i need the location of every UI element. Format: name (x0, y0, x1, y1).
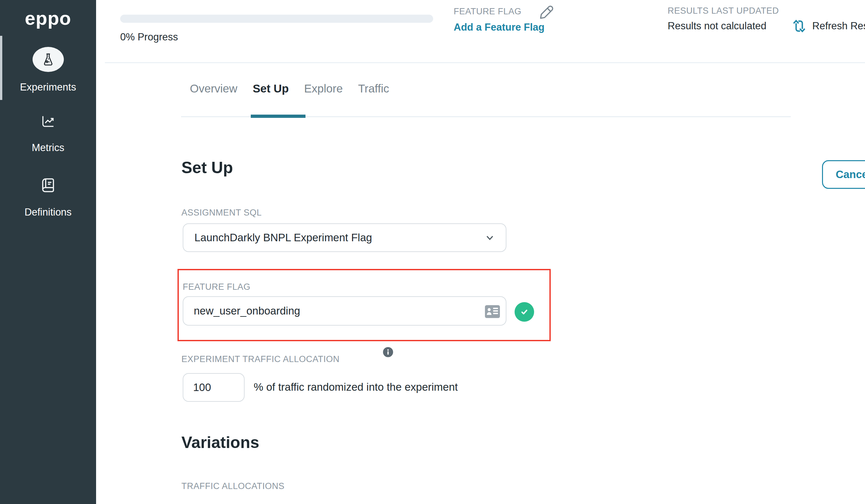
feature-flag-header-label: FEATURE FLAG (454, 7, 521, 16)
results-last-updated-label: RESULTS LAST UPDATED (668, 6, 779, 16)
edit-pencil-icon[interactable] (538, 4, 554, 22)
line-chart-icon (39, 113, 58, 130)
tab-set-up[interactable]: Set Up (253, 82, 289, 95)
feature-flag-input[interactable] (183, 296, 506, 326)
traffic-allocation-label: EXPERIMENT TRAFFIC ALLOCATION (181, 354, 340, 364)
tab-overview[interactable]: Overview (190, 82, 238, 95)
traffic-allocation-input[interactable] (183, 373, 245, 402)
experiment-progress-bar (120, 15, 433, 23)
sidebar-item-metrics[interactable]: Metrics (0, 113, 96, 154)
progress-text: 0% Progress (120, 31, 178, 43)
feature-flag-field-label: FEATURE FLAG (183, 282, 251, 292)
setup-heading: Set Up (181, 158, 233, 177)
add-feature-flag-link[interactable]: Add a Feature Flag (454, 22, 544, 33)
assignment-sql-value: LaunchDarkly BNPL Experiment Flag (194, 232, 483, 244)
sidebar-item-definitions[interactable]: Definitions (0, 175, 96, 218)
sidebar-item-label: Experiments (0, 81, 96, 93)
eppo-logo[interactable]: eppo (0, 7, 96, 29)
sidebar-item-label: Definitions (0, 207, 96, 218)
tab-traffic[interactable]: Traffic (358, 82, 389, 95)
sidebar-item-label: Metrics (0, 142, 96, 154)
assignment-sql-select[interactable]: LaunchDarkly BNPL Experiment Flag (183, 223, 506, 252)
experiment-tabs: Overview Set Up Explore Traffic (190, 82, 389, 95)
variations-heading: Variations (181, 433, 259, 452)
refresh-icon[interactable] (791, 17, 808, 35)
active-tab-underline (251, 115, 305, 118)
info-icon[interactable] (383, 347, 393, 357)
app-screen: eppo Experiments Metrics (0, 0, 865, 504)
sidebar: eppo Experiments Metrics (0, 0, 96, 504)
book-icon (39, 175, 57, 195)
chevron-down-icon (483, 231, 497, 245)
header-divider (105, 62, 865, 63)
traffic-allocation-description: % of traffic randomized into the experim… (254, 381, 458, 393)
tab-explore[interactable]: Explore (304, 82, 343, 95)
valid-check-badge (515, 302, 534, 322)
experiments-icon-bubble (33, 47, 64, 72)
sidebar-item-experiments[interactable]: Experiments (0, 47, 96, 93)
assignment-sql-label: ASSIGNMENT SQL (181, 208, 262, 218)
cancel-button[interactable]: Cancel (822, 160, 865, 189)
check-icon (519, 306, 530, 317)
id-card-icon (485, 305, 500, 318)
flask-icon (41, 51, 56, 68)
results-status-text: Results not calculated (668, 20, 766, 32)
refresh-results-link[interactable]: Refresh Results (812, 20, 865, 32)
traffic-allocations-label: TRAFFIC ALLOCATIONS (181, 481, 285, 491)
